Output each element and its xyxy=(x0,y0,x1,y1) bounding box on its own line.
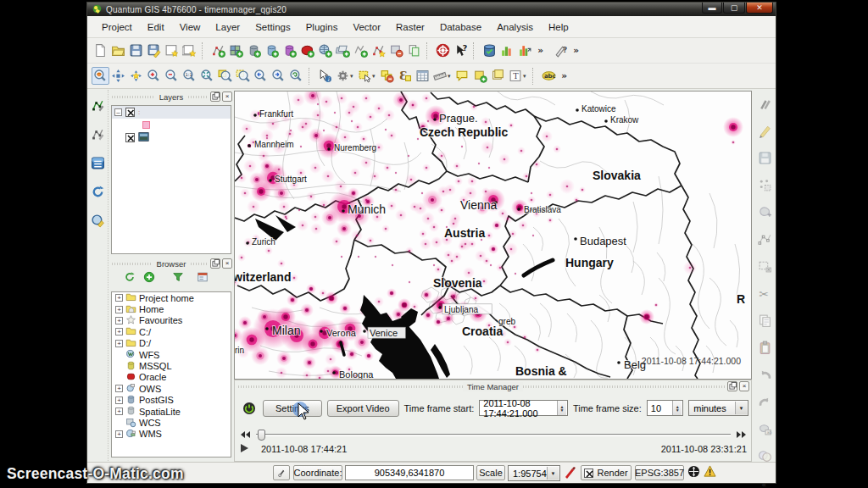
sum-icon[interactable]: Ɛ xyxy=(396,67,414,85)
remove-layer-icon[interactable] xyxy=(387,42,405,59)
add-icon[interactable] xyxy=(143,271,155,286)
zoom-next-icon[interactable] xyxy=(270,67,287,85)
browser-item-spatialite[interactable]: +SpatiaLite xyxy=(112,406,231,417)
menu-help[interactable]: Help xyxy=(541,17,576,37)
zoom-pencil-icon[interactable] xyxy=(89,212,107,230)
redo-icon[interactable] xyxy=(756,393,774,411)
projection-icon[interactable] xyxy=(687,465,700,481)
attr-table-icon[interactable] xyxy=(414,67,431,85)
scissors-icon[interactable]: ✂ xyxy=(756,285,774,302)
add-vector2-icon[interactable] xyxy=(352,42,370,59)
dropdown-arrow-icon[interactable]: ▾ xyxy=(372,73,378,80)
abc-label-icon[interactable]: abc xyxy=(540,67,558,85)
close-button[interactable]: ✕ xyxy=(746,3,773,14)
panel-close-icon[interactable]: × xyxy=(222,258,232,269)
save-edits-icon[interactable] xyxy=(756,149,774,167)
capture-point-icon[interactable] xyxy=(756,176,774,194)
expand-icon[interactable]: + xyxy=(115,408,123,415)
bookmark-new-icon[interactable] xyxy=(471,67,489,85)
legend-icon[interactable] xyxy=(89,154,107,172)
paste-doc-icon[interactable] xyxy=(756,339,774,357)
panel-float-icon[interactable] xyxy=(210,92,220,102)
menu-plugins[interactable]: Plugins xyxy=(298,17,346,37)
power-icon[interactable] xyxy=(240,399,258,417)
panel-close-icon[interactable]: × xyxy=(222,92,232,102)
menu-view[interactable]: View xyxy=(172,17,209,37)
add-wms-icon[interactable] xyxy=(316,42,334,59)
add-layer2-icon[interactable] xyxy=(334,42,352,59)
panel-close-icon[interactable]: × xyxy=(739,381,749,391)
expand-icon[interactable]: + xyxy=(115,294,123,302)
undo-icon[interactable] xyxy=(756,366,774,384)
red-pen-icon[interactable] xyxy=(564,465,577,482)
zoom-selection-icon[interactable] xyxy=(234,67,252,85)
render-checkbox[interactable]: Render xyxy=(581,465,632,480)
browser-item-wfs[interactable]: WFS xyxy=(112,349,231,360)
add-spatialite-icon[interactable] xyxy=(281,42,298,59)
pan-icon[interactable] xyxy=(109,67,127,85)
zoom-last-icon[interactable] xyxy=(252,67,270,85)
panel-float-icon[interactable] xyxy=(210,258,220,269)
dropdown-arrow-icon[interactable]: ▾ xyxy=(523,73,529,80)
deselect-icon[interactable] xyxy=(378,67,396,85)
whats-this-icon[interactable]: ? xyxy=(452,42,470,59)
zoom-native-icon[interactable]: 1:1 xyxy=(181,67,198,85)
layer-visibility-checkbox[interactable] xyxy=(125,108,135,117)
touch-icon[interactable] xyxy=(92,67,109,85)
maptips-icon[interactable] xyxy=(453,67,471,85)
overflow-icon[interactable]: » xyxy=(534,42,552,59)
file-new-icon[interactable] xyxy=(92,42,109,59)
expand-icon[interactable]: + xyxy=(115,317,123,324)
db-manager-icon[interactable] xyxy=(481,42,498,59)
text-ann-icon[interactable]: T xyxy=(507,67,525,85)
add-postgis-icon[interactable] xyxy=(263,42,281,59)
browser-item-wcs[interactable]: WCS xyxy=(112,417,231,428)
time-slider[interactable] xyxy=(256,434,731,436)
menu-database[interactable]: Database xyxy=(432,17,489,37)
menu-project[interactable]: Project xyxy=(94,17,140,37)
menu-settings[interactable]: Settings xyxy=(248,17,298,37)
pan-selection-icon[interactable] xyxy=(127,67,145,85)
overflow-icon[interactable]: » xyxy=(558,67,576,85)
maximize-button[interactable]: ▢ xyxy=(723,3,745,14)
frame-size-input[interactable]: 10▲▼ xyxy=(647,400,683,416)
new-shapefile-icon[interactable] xyxy=(370,42,387,59)
refresh-icon[interactable] xyxy=(124,271,136,286)
move-label-icon[interactable]: ab xyxy=(756,420,774,438)
refresh-blue-icon[interactable] xyxy=(89,183,107,201)
histogram1-icon[interactable] xyxy=(498,42,516,59)
expand-icon[interactable]: + xyxy=(115,340,123,347)
node-tool-icon[interactable] xyxy=(756,230,774,248)
expand-icon[interactable]: + xyxy=(115,396,123,404)
dropdown-arrow-icon[interactable]: ▾ xyxy=(350,73,356,80)
scale-combobox[interactable]: 1:9575484▼ xyxy=(508,465,560,481)
menu-edit[interactable]: Edit xyxy=(140,17,172,37)
epsg-button[interactable]: EPSG:3857 xyxy=(635,465,684,480)
add-vector-icon[interactable] xyxy=(209,42,227,59)
coordinate-input[interactable]: 905349,6341870 xyxy=(345,465,474,480)
browser-item-postgis[interactable]: +PostGIS xyxy=(112,395,231,406)
composer-manager-icon[interactable] xyxy=(181,42,198,59)
annotation-q-icon[interactable]: ? xyxy=(552,42,570,59)
browser-item-home[interactable]: +Home xyxy=(112,303,231,314)
collapse-all-icon[interactable] xyxy=(197,271,209,286)
frame-start-input[interactable]: 2011-10-08 17:44:21.000▲▼ xyxy=(479,400,568,416)
title-bar[interactable]: Quantum GIS 4b76600 - timemanager_qgis20… xyxy=(87,3,776,16)
dropdown-arrow-icon[interactable]: ▾ xyxy=(448,73,453,80)
browser-item-c-[interactable]: +C:/ xyxy=(112,326,231,337)
add-oracle-icon[interactable] xyxy=(298,42,316,59)
move-feature-icon[interactable] xyxy=(756,203,774,221)
menu-layer[interactable]: Layer xyxy=(208,17,248,37)
browser-item-mssql[interactable]: MSSQL xyxy=(112,360,231,371)
select-rect-icon[interactable] xyxy=(356,67,374,85)
menu-vector[interactable]: Vector xyxy=(345,17,388,37)
warning-icon[interactable] xyxy=(704,465,716,481)
add-db-icon[interactable] xyxy=(245,42,263,59)
gear-icon[interactable] xyxy=(334,67,352,85)
panel-float-icon[interactable] xyxy=(727,381,737,391)
save-icon[interactable] xyxy=(127,42,145,59)
expand-icon[interactable]: + xyxy=(115,306,123,313)
layer-row-stamen[interactable] xyxy=(112,131,231,144)
collapse-icon[interactable]: – xyxy=(114,108,122,116)
pencil-yellow-icon[interactable] xyxy=(756,122,774,140)
